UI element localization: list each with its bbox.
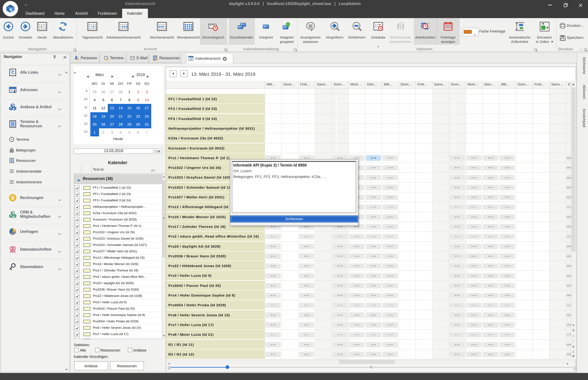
svg-text:$: $ (11, 195, 14, 200)
svg-text:12: 12 (190, 58, 192, 60)
